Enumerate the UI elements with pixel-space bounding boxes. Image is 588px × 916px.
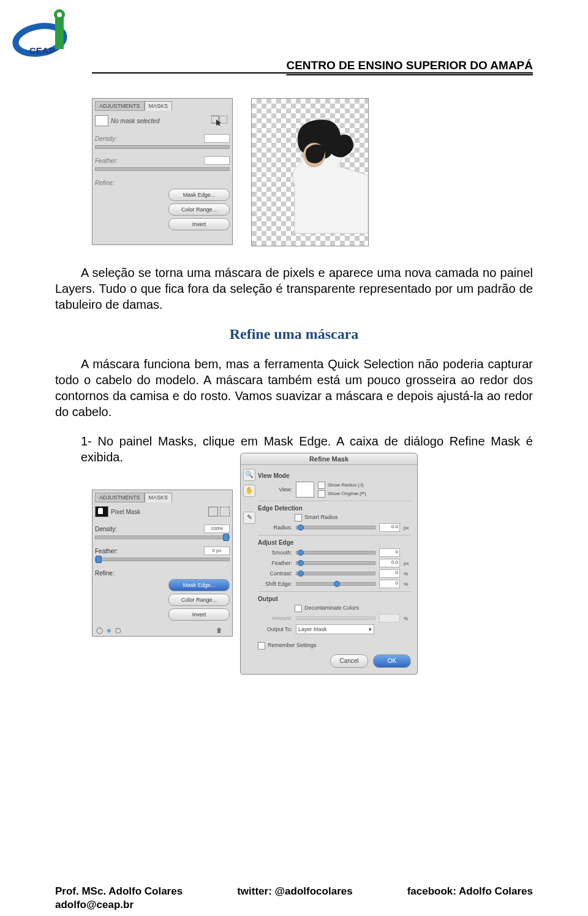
radius-label: Radius: xyxy=(258,524,292,531)
refine-mask-dialog: Refine Mask 🔍 ✋ ✎ View Mode View: Show R… xyxy=(240,453,418,675)
invert-button: Invert xyxy=(168,608,230,621)
feather-slider xyxy=(95,167,230,171)
feather-value-box xyxy=(204,156,230,165)
contrast-slider xyxy=(296,572,375,575)
header-rule xyxy=(92,72,533,74)
shift-edge-slider xyxy=(296,582,375,586)
masks-panel-pixel-mask: ADJUSTMENTS MASKS Pixel Mask Density:100… xyxy=(92,490,233,637)
hand-tool-icon: ✋ xyxy=(243,485,255,497)
output-to-label: Output To: xyxy=(258,626,292,632)
density-value: 100% xyxy=(204,524,230,533)
load-selection-icon: ◯ xyxy=(96,627,103,634)
figure-row-2: ADJUSTMENTS MASKS Pixel Mask Density:100… xyxy=(92,490,533,675)
tab-masks: MASKS xyxy=(145,101,173,111)
view-thumbnail xyxy=(296,482,314,498)
density-slider xyxy=(95,536,230,539)
mask-status-text: No mask selected xyxy=(111,118,159,124)
trash-icon: 🗑 xyxy=(216,627,222,634)
remember-settings-checkbox xyxy=(258,642,265,649)
svg-point-3 xyxy=(57,12,62,17)
person-silhouette xyxy=(270,105,368,240)
mask-edge-button-active: Mask Edge... xyxy=(168,579,230,591)
cancel-button: Cancel xyxy=(330,654,368,668)
show-radius-label: Show Radius (J) xyxy=(328,482,364,488)
output-to-select: Layer Mask▾ xyxy=(296,624,374,634)
amount-value xyxy=(379,614,400,623)
view-mode-label: View Mode xyxy=(258,472,411,479)
tab-adjustments: ADJUSTMENTS xyxy=(95,101,145,111)
pct-unit: % xyxy=(404,571,411,577)
feather-value: 0 px xyxy=(204,547,230,555)
feather-value: 0.0 xyxy=(379,559,400,567)
radius-slider xyxy=(296,526,375,529)
paragraph-1: A seleção se torna uma máscara de pixels… xyxy=(55,265,533,312)
dialog-title: Refine Mask xyxy=(241,453,417,465)
density-label: Density: xyxy=(95,526,117,532)
pct-unit: % xyxy=(404,616,411,621)
radius-value: 0.0 xyxy=(379,523,400,532)
contrast-value: 0 xyxy=(379,569,400,578)
decontaminate-label: Decontaminate Colors xyxy=(304,605,359,611)
show-radius-checkbox xyxy=(318,482,325,489)
footer-email: adolfo@ceap.br xyxy=(55,899,134,911)
section-heading-refine: Refine uma máscara xyxy=(55,326,533,343)
svg-text:CEAP: CEAP xyxy=(29,45,55,56)
mask-thumbnail xyxy=(95,115,108,126)
document-page: CEAP CENTRO DE ENSINO SUPERIOR DO AMAPÁ … xyxy=(0,0,588,916)
smart-radius-checkbox xyxy=(295,514,302,521)
disable-mask-icon: ▢ xyxy=(115,627,121,634)
shift-value: 0 xyxy=(379,580,400,588)
chevron-down-icon: ▾ xyxy=(369,626,372,632)
vector-mask-icon xyxy=(220,507,230,517)
amount-slider xyxy=(296,616,375,620)
smart-radius-label: Smart Radius xyxy=(304,514,338,520)
color-range-button: Color Range... xyxy=(168,594,230,606)
px-unit: px xyxy=(404,561,411,566)
tab-adjustments: ADJUSTMENTS xyxy=(95,493,145,502)
paragraph-2: A máscara funciona bem, mas a ferramenta… xyxy=(55,356,533,420)
color-range-button: Color Range... xyxy=(168,203,230,216)
feather-label: Feather: xyxy=(258,560,292,566)
smooth-value: 0 xyxy=(379,548,400,557)
panel-footer-icons: ◯ ◈ ▢ 🗑 xyxy=(96,627,222,634)
invert-button: Invert xyxy=(168,218,230,230)
tab-masks: MASKS xyxy=(145,493,173,502)
figure-row-1: ADJUSTMENTS MASKS No mask selected Densi… xyxy=(92,98,533,246)
zoom-tool-icon: 🔍 xyxy=(243,469,255,481)
footer-facebook: facebook: Adolfo Colares xyxy=(407,885,533,898)
density-slider xyxy=(95,145,230,149)
footer-author: Prof. MSc. Adolfo Colares xyxy=(55,885,183,898)
mask-thumbnail xyxy=(95,506,108,517)
ceap-logo: CEAP xyxy=(12,6,86,67)
slider-knob xyxy=(96,556,102,563)
amount-label: Amount: xyxy=(258,615,292,621)
mask-edge-button: Mask Edge... xyxy=(168,189,230,201)
refine-radius-tool-icon: ✎ xyxy=(243,512,255,524)
output-label: Output xyxy=(258,596,411,602)
slider-knob xyxy=(223,534,229,541)
adjust-edge-label: Adjust Edge xyxy=(258,539,411,546)
density-label: Density: xyxy=(95,135,117,142)
show-original-label: Show Original (P) xyxy=(328,491,366,496)
show-original-checkbox xyxy=(318,490,325,498)
feather-slider xyxy=(95,558,230,561)
page-header: CEAP CENTRO DE ENSINO SUPERIOR DO AMAPÁ xyxy=(55,25,533,80)
pct-unit: % xyxy=(404,581,411,587)
view-label: View: xyxy=(258,486,292,493)
shift-edge-label: Shift Edge: xyxy=(258,581,292,587)
mask-status-text: Pixel Mask xyxy=(111,509,140,515)
refine-label: Refine: xyxy=(95,180,115,186)
footer-twitter: twitter: @adolfocolares xyxy=(237,885,353,898)
feather-slider xyxy=(296,561,375,565)
apply-mask-icon: ◈ xyxy=(107,627,111,634)
px-unit: px xyxy=(404,525,411,531)
page-footer: Prof. MSc. Adolfo Colares twitter: @adol… xyxy=(55,885,533,898)
edge-detection-label: Edge Detection xyxy=(258,505,411,512)
feather-label: Feather: xyxy=(95,548,118,555)
remember-settings-label: Remember Settings xyxy=(268,642,317,648)
feather-label: Feather: xyxy=(95,157,118,164)
pixel-mask-icon xyxy=(208,507,218,517)
contrast-label: Contrast: xyxy=(258,570,292,577)
ok-button: OK xyxy=(373,654,411,668)
header-title: CENTRO DE ENSINO SUPERIOR DO AMAPÁ xyxy=(286,59,533,72)
